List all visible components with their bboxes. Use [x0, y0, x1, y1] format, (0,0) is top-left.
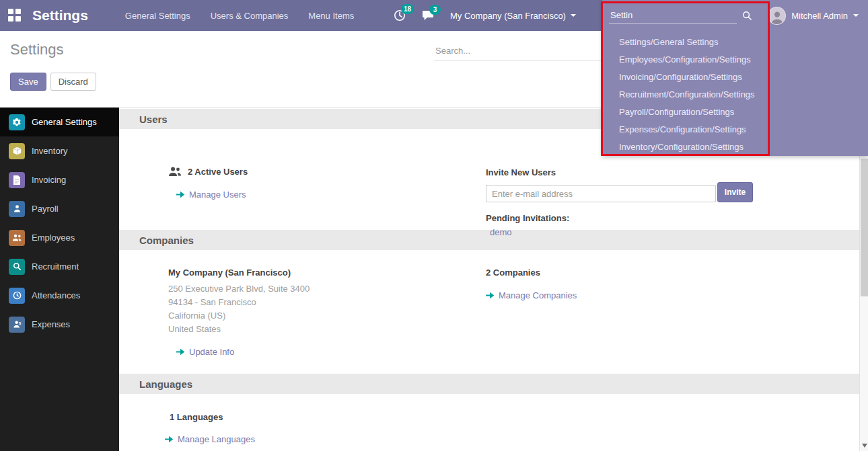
- section-header-languages: Languages: [119, 374, 859, 394]
- expenses-person-icon: $: [9, 317, 25, 333]
- invite-email-field[interactable]: [486, 185, 716, 202]
- languages-count: 1 Languages: [170, 412, 223, 422]
- manage-companies-link[interactable]: Manage Companies: [486, 290, 577, 300]
- control-panel-buttons: Save Discard: [10, 73, 96, 91]
- address-line: United States: [168, 323, 310, 336]
- section-title: Users: [139, 114, 168, 125]
- search-result-item[interactable]: Employees/Configuration/Settings: [602, 51, 770, 69]
- manage-users-link[interactable]: Manage Users: [176, 190, 246, 200]
- sidebar-item-recruitment[interactable]: Recruitment: [0, 252, 119, 281]
- chevron-down-icon: [571, 14, 576, 17]
- sidebar-item-attendances[interactable]: Attendances: [0, 281, 119, 310]
- settings-form: Users 2 Active Users Manage Users Invite…: [119, 108, 859, 451]
- navbar-menu: General Settings Users & Companies Menu …: [125, 11, 354, 21]
- sidebar-item-general-settings[interactable]: General Settings: [0, 108, 119, 136]
- section-title: Languages: [139, 378, 192, 390]
- svg-text:$: $: [18, 321, 21, 325]
- user-name: Mitchell Admin: [791, 11, 848, 21]
- user-menu[interactable]: Mitchell Admin: [768, 0, 868, 31]
- activities-clock-icon[interactable]: 18: [394, 9, 406, 22]
- triangle-down-icon: [862, 444, 867, 448]
- employees-people-icon: [9, 230, 25, 246]
- sidebar-item-label: Recruitment: [32, 261, 79, 272]
- sidebar-item-invoicing[interactable]: Invoicing: [0, 165, 119, 194]
- sidebar-item-payroll[interactable]: Payroll: [0, 194, 119, 223]
- systray: 18 3 My Company (San Francisco): [394, 0, 576, 31]
- sidebar-item-expenses[interactable]: $ Expenses: [0, 310, 119, 339]
- pending-invitations-label: Pending Invitations:: [486, 213, 569, 223]
- address-line: 94134 - San Francisco: [168, 296, 310, 309]
- chevron-down-icon: [853, 14, 859, 17]
- action-arrow-icon: [176, 348, 185, 356]
- company-address: 250 Executive Park Blvd, Suite 3400 9413…: [168, 282, 310, 336]
- menu-search-box: [609, 0, 777, 31]
- menu-users-companies[interactable]: Users & Companies: [211, 11, 289, 21]
- invite-new-users-title: Invite New Users: [486, 167, 556, 177]
- manage-languages-link[interactable]: Manage Languages: [165, 434, 255, 444]
- action-arrow-icon: [165, 436, 174, 443]
- menu-menu-items[interactable]: Menu Items: [308, 11, 354, 21]
- apps-grid-icon[interactable]: [8, 9, 22, 22]
- manage-languages-label: Manage Languages: [178, 434, 255, 444]
- sidebar-item-label: Inventory: [32, 146, 67, 156]
- action-arrow-icon: [486, 292, 495, 299]
- messages-icon[interactable]: 3: [422, 10, 434, 21]
- active-users-count: 2 Active Users: [188, 167, 248, 177]
- sidebar-item-label: General Settings: [32, 117, 97, 127]
- search-result-item[interactable]: Expenses/Configuration/Settings: [602, 121, 770, 138]
- scrollbar-thumb[interactable]: [861, 159, 868, 296]
- active-users: 2 Active Users: [168, 166, 248, 177]
- search-result-item[interactable]: Recruitment/Configuration/Settings: [602, 86, 770, 104]
- menu-search-input[interactable]: [609, 7, 737, 24]
- invoice-document-icon: [9, 172, 25, 188]
- page-title: Settings: [10, 41, 64, 58]
- scrollbar-down-button[interactable]: [860, 442, 868, 450]
- search-result-item[interactable]: Payroll/Configuration/Settings: [602, 104, 770, 121]
- message-count-badge: 3: [429, 5, 441, 15]
- vertical-scrollbar[interactable]: [859, 108, 868, 451]
- apps-grid-dot: [15, 16, 21, 22]
- sidebar-item-label: Employees: [32, 233, 75, 243]
- inventory-box-icon: [9, 143, 25, 159]
- search-icon[interactable]: [742, 11, 752, 21]
- apps-grid-dot: [8, 9, 13, 14]
- activity-count-badge: 18: [401, 4, 414, 14]
- section-companies: My Company (San Francisco) 250 Executive…: [119, 250, 859, 374]
- sidebar-item-label: Expenses: [32, 319, 70, 329]
- attendances-clock-icon: [9, 288, 25, 304]
- recruitment-magnifier-icon: [9, 259, 25, 275]
- sidebar-item-label: Attendances: [32, 290, 80, 300]
- sidebar-item-label: Invoicing: [32, 175, 66, 185]
- save-button[interactable]: Save: [10, 73, 46, 91]
- update-info-label: Update Info: [189, 347, 234, 357]
- sidebar-item-employees[interactable]: Employees: [0, 223, 119, 252]
- manage-users-label: Manage Users: [189, 190, 246, 200]
- manage-companies-label: Manage Companies: [499, 290, 577, 300]
- search-result-item[interactable]: Invoicing/Configuration/Settings: [602, 69, 770, 86]
- apps-grid-dot: [8, 16, 13, 22]
- avatar-person-icon: [770, 9, 785, 24]
- search-result-item[interactable]: Inventory/Configuration/Settings: [602, 138, 770, 156]
- search-result-item[interactable]: Settings/General Settings: [602, 34, 770, 51]
- companies-count: 2 Companies: [486, 268, 540, 278]
- section-header-companies: Companies: [119, 230, 859, 250]
- company-switcher[interactable]: My Company (San Francisco): [450, 11, 576, 21]
- command-search-dropdown: Settings/General Settings Employees/Conf…: [602, 0, 868, 156]
- invite-button[interactable]: Invite: [717, 182, 753, 202]
- sidebar-item-inventory[interactable]: Inventory: [0, 136, 119, 165]
- address-line: California (US): [168, 309, 310, 323]
- gear-icon: [9, 114, 25, 130]
- sidebar-item-label: Payroll: [32, 204, 59, 214]
- avatar: [768, 7, 786, 25]
- settings-sidebar: General Settings Inventory Invoicing Pay…: [0, 108, 119, 451]
- menu-general-settings[interactable]: General Settings: [125, 11, 190, 21]
- section-languages: 1 Languages Manage Languages: [119, 394, 859, 451]
- apps-grid-dot: [15, 9, 21, 14]
- payroll-person-icon: [9, 201, 25, 217]
- pending-invitation-demo-link[interactable]: demo: [490, 227, 512, 237]
- address-line: 250 Executive Park Blvd, Suite 3400: [168, 282, 310, 296]
- update-info-link[interactable]: Update Info: [176, 347, 234, 357]
- app-title[interactable]: Settings: [32, 7, 88, 24]
- section-title: Companies: [139, 235, 194, 246]
- discard-button[interactable]: Discard: [50, 73, 96, 91]
